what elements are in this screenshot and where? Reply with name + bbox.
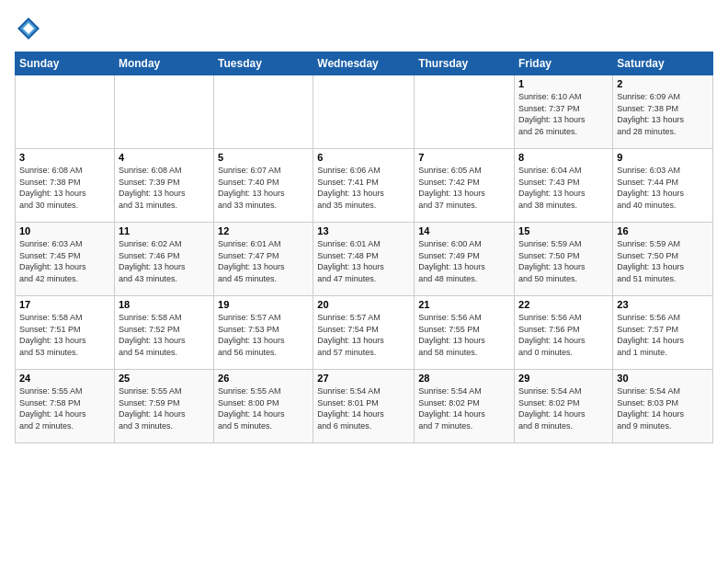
- day-cell: 24Sunrise: 5:55 AM Sunset: 7:58 PM Dayli…: [16, 370, 115, 443]
- day-cell: 26Sunrise: 5:55 AM Sunset: 8:00 PM Dayli…: [214, 370, 313, 443]
- day-info: Sunrise: 5:55 AM Sunset: 7:59 PM Dayligh…: [119, 385, 210, 431]
- weekday-header-sunday: Sunday: [16, 52, 115, 75]
- day-number: 8: [518, 152, 609, 163]
- day-cell: 9Sunrise: 6:03 AM Sunset: 7:44 PM Daylig…: [613, 149, 713, 223]
- weekday-header-tuesday: Tuesday: [214, 52, 313, 75]
- day-info: Sunrise: 5:59 AM Sunset: 7:50 PM Dayligh…: [518, 238, 609, 284]
- week-row-2: 10Sunrise: 6:03 AM Sunset: 7:45 PM Dayli…: [16, 223, 713, 296]
- day-cell: 10Sunrise: 6:03 AM Sunset: 7:45 PM Dayli…: [16, 223, 115, 296]
- day-cell: 2Sunrise: 6:09 AM Sunset: 7:38 PM Daylig…: [613, 75, 713, 149]
- day-cell: 19Sunrise: 5:57 AM Sunset: 7:53 PM Dayli…: [214, 296, 313, 370]
- day-cell: 23Sunrise: 5:56 AM Sunset: 7:57 PM Dayli…: [613, 296, 713, 370]
- day-cell: 29Sunrise: 5:54 AM Sunset: 8:02 PM Dayli…: [515, 370, 613, 443]
- day-info: Sunrise: 6:02 AM Sunset: 7:46 PM Dayligh…: [119, 238, 210, 284]
- day-info: Sunrise: 5:54 AM Sunset: 8:02 PM Dayligh…: [418, 385, 510, 431]
- weekday-header-thursday: Thursday: [415, 52, 515, 75]
- day-cell: 5Sunrise: 6:07 AM Sunset: 7:40 PM Daylig…: [214, 149, 313, 223]
- day-info: Sunrise: 6:05 AM Sunset: 7:42 PM Dayligh…: [418, 165, 510, 211]
- day-cell: 13Sunrise: 6:01 AM Sunset: 7:48 PM Dayli…: [313, 223, 415, 296]
- day-number: 5: [218, 152, 309, 163]
- weekday-header-row: SundayMondayTuesdayWednesdayThursdayFrid…: [16, 52, 713, 75]
- day-info: Sunrise: 5:57 AM Sunset: 7:54 PM Dayligh…: [317, 312, 410, 358]
- day-info: Sunrise: 5:56 AM Sunset: 7:55 PM Dayligh…: [418, 312, 510, 358]
- day-info: Sunrise: 6:08 AM Sunset: 7:39 PM Dayligh…: [119, 165, 210, 211]
- week-row-4: 24Sunrise: 5:55 AM Sunset: 7:58 PM Dayli…: [16, 370, 713, 443]
- day-cell: [16, 75, 115, 149]
- day-cell: 27Sunrise: 5:54 AM Sunset: 8:01 PM Dayli…: [313, 370, 415, 443]
- day-info: Sunrise: 6:04 AM Sunset: 7:43 PM Dayligh…: [518, 165, 609, 211]
- day-info: Sunrise: 5:57 AM Sunset: 7:53 PM Dayligh…: [218, 312, 309, 358]
- day-info: Sunrise: 5:55 AM Sunset: 7:58 PM Dayligh…: [19, 385, 110, 431]
- day-number: 23: [617, 299, 709, 310]
- day-number: 14: [418, 225, 510, 236]
- day-info: Sunrise: 6:01 AM Sunset: 7:47 PM Dayligh…: [218, 238, 309, 284]
- week-row-1: 3Sunrise: 6:08 AM Sunset: 7:38 PM Daylig…: [16, 149, 713, 223]
- day-info: Sunrise: 5:55 AM Sunset: 8:00 PM Dayligh…: [218, 385, 309, 431]
- day-number: 10: [19, 225, 110, 236]
- day-cell: 25Sunrise: 5:55 AM Sunset: 7:59 PM Dayli…: [114, 370, 213, 443]
- day-number: 19: [218, 299, 309, 310]
- day-number: 17: [19, 299, 110, 310]
- week-row-3: 17Sunrise: 5:58 AM Sunset: 7:51 PM Dayli…: [16, 296, 713, 370]
- day-cell: 16Sunrise: 5:59 AM Sunset: 7:50 PM Dayli…: [613, 223, 713, 296]
- day-cell: 8Sunrise: 6:04 AM Sunset: 7:43 PM Daylig…: [515, 149, 613, 223]
- day-info: Sunrise: 5:54 AM Sunset: 8:01 PM Dayligh…: [317, 385, 410, 431]
- header: [15, 15, 713, 42]
- day-number: 3: [19, 152, 110, 163]
- calendar-body: 1Sunrise: 6:10 AM Sunset: 7:37 PM Daylig…: [16, 75, 713, 443]
- day-number: 18: [119, 299, 210, 310]
- day-cell: 28Sunrise: 5:54 AM Sunset: 8:02 PM Dayli…: [415, 370, 515, 443]
- day-info: Sunrise: 5:56 AM Sunset: 7:57 PM Dayligh…: [617, 312, 709, 358]
- day-number: 29: [518, 373, 609, 384]
- day-cell: [313, 75, 415, 149]
- day-number: 21: [418, 299, 510, 310]
- day-number: 1: [518, 78, 609, 89]
- day-info: Sunrise: 5:58 AM Sunset: 7:52 PM Dayligh…: [119, 312, 210, 358]
- day-number: 11: [119, 225, 210, 236]
- day-number: 28: [418, 373, 510, 384]
- day-number: 2: [617, 78, 709, 89]
- day-info: Sunrise: 6:10 AM Sunset: 7:37 PM Dayligh…: [518, 91, 609, 137]
- day-number: 27: [317, 373, 410, 384]
- day-cell: 1Sunrise: 6:10 AM Sunset: 7:37 PM Daylig…: [515, 75, 613, 149]
- weekday-header-saturday: Saturday: [613, 52, 713, 75]
- day-number: 16: [617, 225, 709, 236]
- calendar-table: SundayMondayTuesdayWednesdayThursdayFrid…: [15, 52, 713, 443]
- day-cell: 12Sunrise: 6:01 AM Sunset: 7:47 PM Dayli…: [214, 223, 313, 296]
- day-number: 9: [617, 152, 709, 163]
- day-cell: [214, 75, 313, 149]
- day-cell: 11Sunrise: 6:02 AM Sunset: 7:46 PM Dayli…: [114, 223, 213, 296]
- day-info: Sunrise: 6:01 AM Sunset: 7:48 PM Dayligh…: [317, 238, 410, 284]
- day-number: 7: [418, 152, 510, 163]
- day-cell: 3Sunrise: 6:08 AM Sunset: 7:38 PM Daylig…: [16, 149, 115, 223]
- day-number: 4: [119, 152, 210, 163]
- day-number: 6: [317, 152, 410, 163]
- day-cell: 4Sunrise: 6:08 AM Sunset: 7:39 PM Daylig…: [114, 149, 213, 223]
- day-info: Sunrise: 6:08 AM Sunset: 7:38 PM Dayligh…: [19, 165, 110, 211]
- day-cell: 20Sunrise: 5:57 AM Sunset: 7:54 PM Dayli…: [313, 296, 415, 370]
- day-info: Sunrise: 5:59 AM Sunset: 7:50 PM Dayligh…: [617, 238, 709, 284]
- day-info: Sunrise: 6:09 AM Sunset: 7:38 PM Dayligh…: [617, 91, 709, 137]
- day-number: 30: [617, 373, 709, 384]
- day-number: 13: [317, 225, 410, 236]
- day-number: 22: [518, 299, 609, 310]
- logo: [15, 15, 46, 42]
- day-info: Sunrise: 5:58 AM Sunset: 7:51 PM Dayligh…: [19, 312, 110, 358]
- day-cell: [114, 75, 213, 149]
- day-cell: 30Sunrise: 5:54 AM Sunset: 8:03 PM Dayli…: [613, 370, 713, 443]
- day-number: 24: [19, 373, 110, 384]
- day-number: 25: [119, 373, 210, 384]
- day-cell: 18Sunrise: 5:58 AM Sunset: 7:52 PM Dayli…: [114, 296, 213, 370]
- day-cell: 6Sunrise: 6:06 AM Sunset: 7:41 PM Daylig…: [313, 149, 415, 223]
- day-cell: [415, 75, 515, 149]
- weekday-header-wednesday: Wednesday: [313, 52, 415, 75]
- day-number: 12: [218, 225, 309, 236]
- day-cell: 17Sunrise: 5:58 AM Sunset: 7:51 PM Dayli…: [16, 296, 115, 370]
- weekday-header-monday: Monday: [114, 52, 213, 75]
- day-info: Sunrise: 5:54 AM Sunset: 8:02 PM Dayligh…: [518, 385, 609, 431]
- day-cell: 15Sunrise: 5:59 AM Sunset: 7:50 PM Dayli…: [515, 223, 613, 296]
- day-number: 26: [218, 373, 309, 384]
- day-number: 20: [317, 299, 410, 310]
- day-cell: 7Sunrise: 6:05 AM Sunset: 7:42 PM Daylig…: [415, 149, 515, 223]
- day-cell: 21Sunrise: 5:56 AM Sunset: 7:55 PM Dayli…: [415, 296, 515, 370]
